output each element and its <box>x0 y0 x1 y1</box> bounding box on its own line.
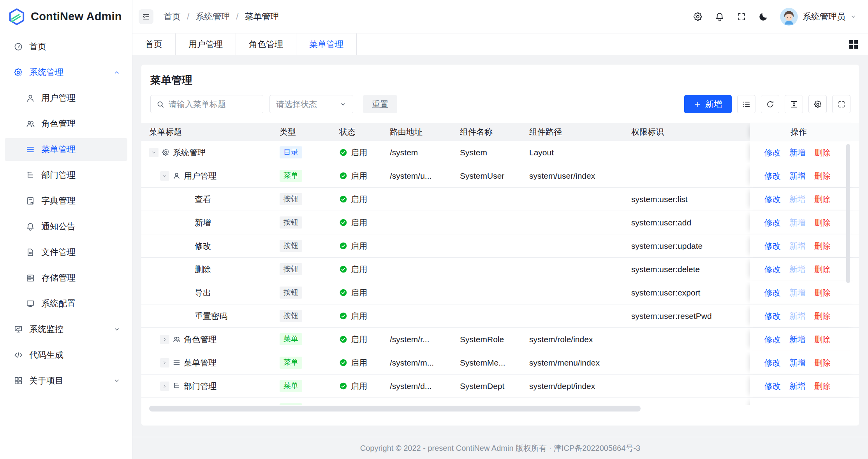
add-link[interactable]: 新增 <box>789 404 806 405</box>
search-input[interactable] <box>169 100 257 109</box>
line-height-toolbar-button[interactable] <box>785 95 803 113</box>
vertical-scrollbar[interactable] <box>846 144 850 283</box>
cell-status: 启用 <box>331 188 382 211</box>
tab-用户管理[interactable]: 用户管理 <box>176 33 236 55</box>
menu-title-text: 查看 <box>195 194 211 205</box>
status-select[interactable]: 请选择状态 <box>269 95 353 113</box>
cell-component-path: system/dept/index <box>521 375 623 397</box>
cell-component-path: system/user/index <box>521 164 623 187</box>
edit-link[interactable]: 修改 <box>764 241 781 251</box>
sidebar-item-user[interactable]: 用户管理 <box>5 87 127 109</box>
add-link[interactable]: 新增 <box>789 147 806 158</box>
tab-首页[interactable]: 首页 <box>132 33 176 55</box>
add-link[interactable]: 新增 <box>789 171 806 181</box>
delete-link[interactable]: 删除 <box>814 287 831 298</box>
delete-link[interactable]: 删除 <box>814 264 831 275</box>
tab-list-button[interactable] <box>847 38 860 51</box>
tree-expander-right[interactable] <box>160 382 169 391</box>
sidebar-item-dict[interactable]: 字典管理 <box>5 190 127 212</box>
fullscreen-button[interactable] <box>736 12 747 22</box>
sidebar-item-grid[interactable]: 关于项目 <box>5 369 127 392</box>
search-box <box>150 95 263 113</box>
cell-component-name: SystemRole <box>452 328 521 351</box>
list-toolbar-button[interactable] <box>737 95 755 113</box>
tab-角色管理[interactable]: 角色管理 <box>236 33 296 55</box>
edit-link[interactable]: 修改 <box>764 381 781 392</box>
delete-link[interactable]: 删除 <box>814 217 831 228</box>
edit-link[interactable]: 修改 <box>764 404 781 405</box>
bell-button[interactable] <box>715 12 725 22</box>
tree-expander-down[interactable] <box>160 171 169 181</box>
delete-link[interactable]: 删除 <box>814 241 831 251</box>
type-badge: 菜单 <box>280 380 302 392</box>
status-badge: 启用 <box>339 217 367 228</box>
edit-link[interactable]: 修改 <box>764 171 781 181</box>
avatar <box>780 8 798 26</box>
sidebar-item-tree[interactable]: 部门管理 <box>5 164 127 186</box>
reset-button[interactable]: 重置 <box>363 95 397 113</box>
cell-actions: 修改新增删除 <box>750 398 859 405</box>
horizontal-scrollbar[interactable] <box>149 406 641 412</box>
delete-link[interactable]: 删除 <box>814 311 831 322</box>
edit-link[interactable]: 修改 <box>764 147 781 158</box>
menu-title-text: 新增 <box>195 217 211 228</box>
tab-菜单管理[interactable]: 菜单管理 <box>296 33 357 55</box>
status-badge: 启用 <box>339 404 367 405</box>
add-link[interactable]: 新增 <box>789 334 806 345</box>
edit-link[interactable]: 修改 <box>764 357 781 368</box>
edit-link[interactable]: 修改 <box>764 264 781 275</box>
tree-expander-down[interactable] <box>149 148 158 157</box>
status-text: 启用 <box>351 311 367 322</box>
delete-link[interactable]: 删除 <box>814 171 831 181</box>
sidebar-item-dashboard[interactable]: 首页 <box>5 35 127 58</box>
add-link[interactable]: 新增 <box>789 381 806 392</box>
delete-link[interactable]: 删除 <box>814 194 831 205</box>
sidebar-item-label: 菜单管理 <box>41 144 76 155</box>
sidebar-item-monitor[interactable]: 系统配置 <box>5 292 127 315</box>
delete-link[interactable]: 删除 <box>814 381 831 392</box>
sidebar-item-monitor-chart[interactable]: 系统监控 <box>5 318 127 341</box>
cell-status: 启用 <box>331 375 382 397</box>
add-link[interactable]: 新增 <box>789 357 806 368</box>
moon-button[interactable] <box>758 12 768 22</box>
sidebar-collapse-button[interactable] <box>139 9 153 24</box>
user-menu[interactable]: 系统管理员 <box>780 8 856 26</box>
breadcrumb-item[interactable]: 首页 <box>164 11 181 23</box>
breadcrumb-item[interactable]: 菜单管理 <box>245 11 279 23</box>
sidebar-item-users[interactable]: 角色管理 <box>5 113 127 135</box>
tree-expander-right[interactable] <box>160 405 169 405</box>
edit-link[interactable]: 修改 <box>764 287 781 298</box>
delete-link[interactable]: 删除 <box>814 147 831 158</box>
edit-link[interactable]: 修改 <box>764 217 781 228</box>
add-button[interactable]: 新增 <box>684 95 732 113</box>
delete-link[interactable]: 删除 <box>814 357 831 368</box>
status-badge: 启用 <box>339 171 367 181</box>
refresh-toolbar-button[interactable] <box>761 95 779 113</box>
sidebar-item-file[interactable]: 文件管理 <box>5 241 127 264</box>
edit-link[interactable]: 修改 <box>764 194 781 205</box>
delete-link[interactable]: 删除 <box>814 404 831 405</box>
sidebar-item-storage[interactable]: 存储管理 <box>5 267 127 289</box>
status-text: 启用 <box>351 194 367 205</box>
cell-component-name <box>452 304 521 327</box>
cell-type: 菜单 <box>274 351 331 374</box>
cell-component-name: SystemDept <box>452 375 521 397</box>
delete-link[interactable]: 删除 <box>814 334 831 345</box>
settings-button[interactable] <box>693 12 703 22</box>
sidebar-item-menu[interactable]: 菜单管理 <box>5 138 127 161</box>
breadcrumb-item[interactable]: 系统管理 <box>195 11 230 23</box>
tree-expander-right[interactable] <box>160 358 169 368</box>
sidebar-item-code[interactable]: 代码生成 <box>5 344 127 366</box>
table-toolbar: 新增 <box>684 95 850 113</box>
edit-link[interactable]: 修改 <box>764 334 781 345</box>
cell-permission: system:user:export <box>623 281 750 304</box>
tabs-extra <box>847 33 868 55</box>
tree-expander-right[interactable] <box>160 335 169 344</box>
gear-toolbar-button[interactable] <box>808 95 827 113</box>
sidebar-item-gear[interactable]: 系统管理 <box>5 61 127 84</box>
table-row: 导出按钮启用system:user:export修改新增删除 <box>141 281 859 304</box>
fullscreen-toolbar-button[interactable] <box>832 95 850 113</box>
sidebar-item-bell[interactable]: 通知公告 <box>5 215 127 238</box>
check-circle-icon <box>339 148 347 157</box>
edit-link[interactable]: 修改 <box>764 311 781 322</box>
